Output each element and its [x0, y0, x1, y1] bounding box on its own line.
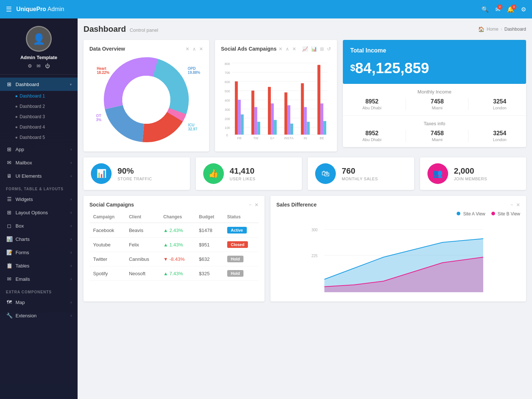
store-traffic-icon: 📊 — [91, 163, 112, 184]
data-overview-actions: ✕ ∧ ✕ — [185, 46, 203, 52]
settings-icon[interactable]: ⚙ — [521, 6, 526, 13]
app-label: App — [16, 147, 24, 152]
svg-rect-31 — [271, 103, 274, 134]
sidebar-item-extension[interactable]: 🔧 Extension › — [0, 309, 78, 322]
join-members-info: 2,000 JOIN MEMBERS — [454, 166, 487, 181]
sidebar-item-mailbox[interactable]: ✉ Mailbox › — [0, 156, 78, 169]
svg-text:700: 700 — [225, 71, 230, 75]
cell-change-facebook: ▲ 2.43% — [160, 223, 195, 238]
taxes-section: Taxes info 8952 Abu Dhabi 7458 Miami — [343, 116, 526, 147]
sales-diff-close[interactable]: ✕ — [516, 202, 520, 208]
sidebar-item-dashboard[interactable]: ⊞ Dashboard ▾ — [0, 78, 78, 91]
profile-mail-icon[interactable]: ✉ — [37, 63, 41, 69]
social-ads-refresh-icon[interactable]: ↺ — [327, 46, 331, 52]
svg-rect-26 — [241, 115, 244, 135]
layout-icon: ⊞ — [6, 209, 13, 215]
legend-dot-site-a — [457, 212, 460, 215]
search-icon[interactable]: 🔍 — [481, 6, 489, 13]
svg-rect-28 — [254, 107, 257, 135]
stats-row: 📊 90% STORE TRAFFIC 👍 41,410 USER LIKES … — [83, 157, 526, 190]
bell-icon[interactable]: 🔔 3 — [507, 6, 514, 13]
social-ads-up[interactable]: ∧ — [286, 46, 289, 52]
sidebar-item-dashboard3[interactable]: Dashboard 3 — [0, 112, 78, 122]
page-subtitle: Control panel — [130, 27, 158, 33]
monthly-sales-value: 760 — [342, 166, 378, 176]
data-overview-up[interactable]: ∧ — [192, 46, 196, 52]
profile-settings-icon[interactable]: ⚙ — [28, 63, 32, 69]
join-members-value: 2,000 — [454, 166, 487, 176]
svg-text:INSTA: INSTA — [284, 136, 294, 140]
sidebar-item-dashboard1[interactable]: Dashboard 1 — [0, 91, 78, 101]
social-ads-close2[interactable]: ✕ — [279, 46, 283, 52]
sales-diff-minimize[interactable]: − — [510, 202, 513, 208]
mail-icon[interactable]: ✉ 2 — [495, 6, 500, 13]
data-overview-close2[interactable]: ✕ — [185, 46, 190, 52]
sidebar-item-widgets[interactable]: ☰ Widgets › — [0, 192, 78, 206]
sidebar-item-dashboard2[interactable]: Dashboard 2 — [0, 101, 78, 112]
social-ads-close[interactable]: ✕ — [292, 46, 296, 52]
cell-status-facebook: Active — [224, 223, 259, 238]
avatar: 👤 — [26, 26, 52, 52]
main-layout: 👤 Admin Template ⚙ ✉ ⏻ ⊞ Dashboard ▾ — [0, 18, 532, 399]
sidebar-item-map[interactable]: 🗺 Map › — [0, 296, 78, 309]
hamburger-menu[interactable]: ☰ — [6, 5, 12, 13]
nav-right: 🔍 ✉ 2 🔔 3 ⚙ — [481, 6, 526, 13]
income-amount: $84,125,859 — [350, 60, 519, 76]
sidebar-item-forms[interactable]: 📝 Forms › — [0, 246, 78, 259]
ui-arrow: › — [71, 174, 72, 178]
stat-store-traffic: 📊 90% STORE TRAFFIC — [83, 157, 190, 190]
map-label: Map — [16, 300, 25, 305]
svg-text:225: 225 — [311, 254, 318, 258]
status-badge-hold-twitter: Hold — [227, 256, 243, 262]
taxes-stat-miami: 7458 Miami — [431, 130, 444, 142]
profile-power-icon[interactable]: ⏻ — [45, 63, 50, 69]
legend-site-b: Site B View — [491, 211, 521, 216]
cell-budget-twitter: $632 — [195, 252, 224, 266]
store-traffic-label: STORE TRAFFIC — [117, 177, 152, 181]
box-label: Box — [16, 223, 24, 229]
tables-icon: 📋 — [6, 263, 13, 269]
sidebar-item-dashboard5[interactable]: Dashboard 5 — [0, 132, 78, 143]
bottom-row: Social Campaigns − ✕ Campaign Client Cha… — [83, 196, 526, 301]
svg-rect-27 — [251, 91, 254, 134]
forms-section-label: FORMS, TABLE & LAYOUTS — [0, 183, 78, 192]
page-title: Dashboard — [83, 24, 126, 34]
social-ads-header: Social Ads Campaigns ✕ ∧ ✕ 📈 📊 ⊞ ↺ — [221, 46, 331, 52]
dot-dashboard2 — [16, 106, 17, 108]
forms-arrow: › — [71, 250, 72, 255]
sidebar-item-ui-elements[interactable]: 🖥 UI Elements › — [0, 169, 78, 183]
sidebar-item-layout[interactable]: ⊞ Layout Options › — [0, 206, 78, 219]
sidebar-item-tables[interactable]: 📋 Tables › — [0, 259, 78, 272]
app-icon: ⊞ — [6, 146, 13, 152]
dashboard5-label: Dashboard 5 — [20, 135, 45, 140]
mailbox-arrow: › — [71, 161, 72, 165]
social-campaigns-actions: − ✕ — [249, 202, 259, 208]
data-overview-close[interactable]: ✕ — [199, 46, 203, 52]
social-ads-grid-icon[interactable]: ⊞ — [320, 46, 324, 52]
cell-campaign-facebook: Facebook — [89, 223, 125, 238]
social-ads-bar-icon[interactable]: 📊 — [311, 46, 317, 52]
social-ads-chart-icon[interactable]: 📈 — [302, 46, 308, 52]
cell-status-youtube: Closed — [224, 238, 259, 252]
sidebar-item-emails[interactable]: ✉ Emails › — [0, 272, 78, 286]
sidebar-item-charts[interactable]: 📊 Charts › — [0, 232, 78, 246]
sidebar-item-app[interactable]: ⊞ App › — [0, 143, 78, 156]
charts-icon: 📊 — [6, 236, 13, 242]
status-badge-active: Active — [227, 227, 247, 233]
widgets-label: Widgets — [16, 197, 33, 202]
svg-rect-34 — [287, 105, 290, 134]
col-client: Client — [125, 211, 160, 223]
monthly-sales-info: 760 MONTHLY SALES — [342, 166, 378, 181]
data-overview-header: Data Overview ✕ ∧ ✕ — [89, 46, 203, 52]
sidebar-item-dashboard4[interactable]: Dashboard 4 — [0, 122, 78, 132]
dashboard4-label: Dashboard 4 — [20, 125, 45, 130]
monthly-stat-abudhabi: 8952 Abu Dhabi — [362, 98, 381, 110]
sidebar-item-box[interactable]: ◻ Box › — [0, 219, 78, 232]
breadcrumb-home[interactable]: Home — [487, 27, 498, 32]
campaigns-minimize[interactable]: − — [249, 202, 252, 208]
cell-client-felix: Felix — [125, 238, 160, 252]
svg-rect-25 — [238, 100, 241, 134]
ui-icon: 🖥 — [6, 173, 13, 179]
stat-user-likes: 👍 41,410 USER LIKES — [196, 157, 302, 190]
campaigns-close[interactable]: ✕ — [255, 202, 259, 208]
